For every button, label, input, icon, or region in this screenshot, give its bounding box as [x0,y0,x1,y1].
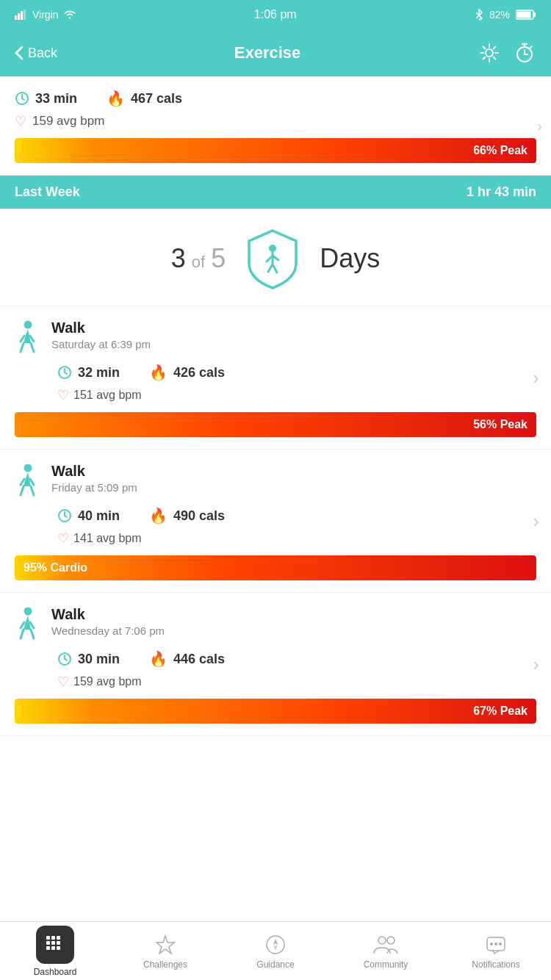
goal-fraction: 3 of 5 [171,243,226,274]
exercise-day-0: Saturday at 6:39 pm [51,338,151,350]
today-calories: 🔥 467 cals [107,90,182,107]
walk-icon-2 [15,606,41,643]
challenges-star-icon [154,933,177,956]
exercise-progress-2: 67% Peak [15,699,536,724]
tab-notifications[interactable]: Notifications [441,922,551,980]
battery-icon [516,10,536,20]
back-button[interactable]: Back [15,46,57,61]
tab-challenges-label: Challenges [143,959,187,970]
goal-area: 3 of 5 Days [0,209,551,306]
exercise-item-0[interactable]: Walk Saturday at 6:39 pm 32 min 🔥 426 ca… [0,306,551,450]
svg-marker-47 [156,936,174,954]
exercise-item-1[interactable]: Walk Friday at 5:09 pm 40 min 🔥 490 cals… [0,450,551,593]
flame-icon: 🔥 [107,90,125,107]
svg-point-48 [267,936,284,954]
svg-rect-2 [21,11,23,20]
tab-notifications-label: Notifications [472,959,519,970]
exercise-progress-1: 95% Cardio [15,555,536,580]
svg-rect-46 [57,946,60,950]
back-label: Back [28,46,57,61]
svg-line-37 [65,659,67,660]
svg-point-26 [24,321,32,329]
clock-icon-0 [57,365,72,380]
svg-rect-44 [46,946,50,950]
exercise-metrics-1: 40 min 🔥 490 cals [15,507,536,525]
svg-marker-50 [273,945,278,951]
chevron-icon-2: › [533,653,539,676]
svg-line-29 [65,372,67,374]
svg-point-52 [387,937,395,944]
exercise-item-2[interactable]: Walk Wednesday at 7:06 pm 30 min 🔥 446 c… [0,593,551,736]
svg-rect-38 [46,936,50,940]
today-exercise-card[interactable]: 33 min 🔥 467 cals ♡ 159 avg bpm 66% Peak… [0,76,551,176]
exercise-metrics-0: 32 min 🔥 426 cals [15,364,536,381]
content-area: 33 min 🔥 467 cals ♡ 159 avg bpm 66% Peak… [0,76,551,921]
svg-point-56 [499,943,502,945]
svg-rect-8 [533,12,536,17]
tab-dashboard-label: Dashboard [34,967,77,977]
tab-challenges[interactable]: Challenges [110,922,220,980]
svg-rect-41 [46,941,50,945]
dashboard-icon-bg [36,926,74,964]
exercise-day-1: Friday at 5:09 pm [51,481,137,494]
tab-bar: Dashboard Challenges Guidance Community [0,921,551,980]
status-right: 82% [475,9,536,21]
walk-icon-1 [15,463,41,500]
exercise-progress-0: 56% Peak [15,412,536,437]
exercise-day-2: Wednesday at 7:06 pm [51,624,165,637]
goal-unit: Days [320,243,380,274]
svg-point-54 [490,943,493,945]
exercise-name-1: Walk [51,463,137,480]
heart-icon-1: ♡ [57,530,69,547]
heart-icon-2: ♡ [57,674,69,690]
walk-icon-0 [15,320,41,356]
bluetooth-icon [475,9,483,21]
app-header: Back Exercise [0,29,551,76]
svg-marker-49 [273,939,278,945]
timer-icon[interactable] [513,41,536,65]
exercise-name-2: Walk [51,606,165,623]
settings-icon[interactable] [478,41,501,65]
svg-rect-0 [15,15,17,20]
svg-point-10 [486,49,493,57]
tab-community-label: Community [364,959,408,970]
svg-rect-1 [18,13,20,20]
tab-dashboard[interactable]: Dashboard [0,922,110,980]
svg-rect-3 [24,10,26,20]
exercise-name-0: Walk [51,320,151,336]
signal-icon [15,10,28,20]
tab-guidance[interactable]: Guidance [220,922,331,980]
svg-point-4 [68,17,71,19]
chevron-icon-1: › [533,510,539,533]
svg-rect-43 [57,941,60,945]
goal-current: 3 [171,243,186,274]
battery-label: 82% [489,9,510,21]
status-time: 1:06 pm [254,8,297,21]
today-progress-bar: 66% Peak [15,138,536,163]
svg-point-51 [378,937,386,944]
notifications-chat-icon [484,933,508,956]
heart-icon-0: ♡ [57,387,69,403]
header-actions [478,41,536,65]
svg-rect-42 [51,941,55,945]
exercise-metrics-2: 30 min 🔥 446 cals [15,650,536,668]
guidance-compass-icon [264,933,287,956]
svg-rect-40 [57,936,60,940]
heart-icon: ♡ [15,113,26,129]
status-bar: Virgin 1:06 pm 82% [0,0,551,29]
svg-line-25 [273,264,277,273]
svg-line-24 [268,264,273,272]
today-duration: 33 min [15,91,77,107]
svg-point-34 [24,608,32,616]
community-people-icon [372,933,399,956]
clock-icon [15,91,29,106]
goal-separator: of [192,253,205,272]
today-chevron-icon: › [537,118,542,134]
today-heart-row: ♡ 159 avg bpm [15,113,536,129]
tab-community[interactable]: Community [331,922,441,980]
back-chevron-icon [15,46,24,60]
svg-line-33 [65,516,67,517]
clock-icon-2 [57,652,72,666]
goal-total: 5 [211,243,226,274]
page-title: Exercise [234,43,301,62]
